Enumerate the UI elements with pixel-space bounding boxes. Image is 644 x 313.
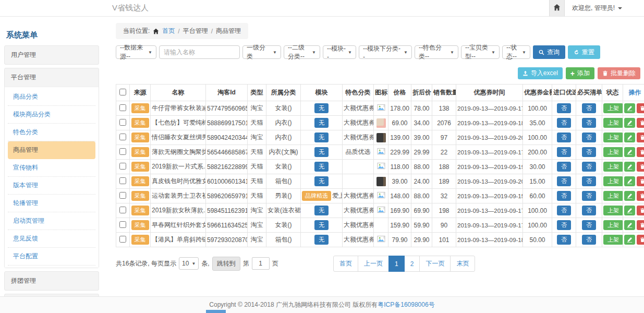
- sidebar-panel-label[interactable]: 拼团管理: [5, 272, 99, 290]
- edit-button[interactable]: [624, 103, 635, 113]
- sidebar-panel-label[interactable]: 平台管理: [5, 68, 99, 87]
- reset-button[interactable]: 重置: [568, 45, 600, 59]
- sidebar-item[interactable]: 版本管理: [8, 177, 95, 195]
- status-button[interactable]: 上架: [603, 235, 623, 245]
- filter-select-2[interactable]: --模块--▼: [323, 45, 356, 59]
- edit-button[interactable]: [624, 206, 635, 215]
- edit-button[interactable]: [624, 118, 635, 128]
- filter-select-4[interactable]: --特色分类--▼: [415, 45, 458, 59]
- sidebar-item[interactable]: 启动页管理: [8, 212, 95, 230]
- status-button[interactable]: 上架: [603, 147, 623, 157]
- sidebar-item[interactable]: 特色分类: [8, 124, 95, 141]
- must-buy-toggle[interactable]: 否: [582, 220, 596, 230]
- import-choice-toggle[interactable]: 否: [557, 191, 571, 201]
- import-choice-toggle[interactable]: 否: [557, 235, 571, 245]
- status-button[interactable]: 上架: [603, 206, 623, 215]
- must-buy-toggle[interactable]: 否: [582, 235, 596, 245]
- import-choice-toggle[interactable]: 否: [557, 176, 571, 186]
- delete-button[interactable]: [637, 118, 644, 128]
- must-buy-toggle[interactable]: 否: [582, 147, 596, 157]
- edit-button[interactable]: [624, 235, 635, 245]
- sidebar-item[interactable]: 宣传物料: [8, 159, 95, 177]
- must-buy-toggle[interactable]: 否: [582, 176, 596, 186]
- page-button-上一页[interactable]: 上一页: [358, 256, 389, 272]
- edit-button[interactable]: [624, 133, 635, 142]
- status-button[interactable]: 上架: [603, 103, 623, 113]
- home-button[interactable]: [549, 0, 565, 16]
- row-checkbox[interactable]: [119, 134, 126, 140]
- import-choice-toggle[interactable]: 否: [557, 206, 571, 215]
- edit-button[interactable]: [624, 162, 635, 172]
- row-checkbox[interactable]: [119, 236, 126, 243]
- row-checkbox[interactable]: [119, 192, 126, 199]
- status-button[interactable]: 上架: [603, 118, 623, 128]
- row-checkbox[interactable]: [119, 207, 126, 213]
- name-search-input[interactable]: [159, 45, 240, 59]
- row-checkbox[interactable]: [119, 163, 126, 170]
- row-checkbox[interactable]: [119, 104, 126, 111]
- page-button-下一页[interactable]: 下一页: [419, 256, 451, 272]
- breadcrumb-home-link[interactable]: 首页: [162, 27, 175, 35]
- import-choice-toggle[interactable]: 否: [557, 103, 571, 113]
- delete-button[interactable]: [637, 147, 644, 157]
- must-buy-toggle[interactable]: 否: [582, 133, 596, 142]
- import-excel-button[interactable]: 导入excel: [518, 67, 563, 79]
- import-choice-toggle[interactable]: 否: [557, 162, 571, 172]
- filter-select-6[interactable]: --状态--▼: [502, 45, 530, 59]
- row-checkbox[interactable]: [119, 221, 126, 228]
- filter-select-0[interactable]: 一级分类▼: [242, 45, 281, 59]
- delete-button[interactable]: [637, 191, 644, 201]
- sidebar-item[interactable]: 平台配置: [8, 248, 95, 266]
- import-choice-toggle[interactable]: 否: [557, 147, 571, 157]
- search-button[interactable]: 查询: [533, 45, 565, 59]
- import-choice-toggle[interactable]: 否: [557, 133, 571, 142]
- filter-data-source[interactable]: --数据来源--▼: [116, 45, 156, 59]
- page-button-2[interactable]: 2: [404, 256, 420, 272]
- status-button[interactable]: 上架: [603, 220, 623, 230]
- jump-button[interactable]: 跳转到: [212, 257, 240, 271]
- select-all-checkbox[interactable]: [119, 89, 126, 95]
- filter-select-3[interactable]: --模块下分类--▼: [359, 45, 412, 59]
- sidebar-item[interactable]: 商品分类: [8, 88, 95, 106]
- import-choice-toggle[interactable]: 否: [557, 220, 571, 230]
- filter-select-5[interactable]: --宝贝类型--▼: [461, 45, 500, 59]
- sidebar-item[interactable]: 商品管理: [8, 141, 95, 159]
- sidebar-panel-label[interactable]: 用户管理: [5, 46, 99, 64]
- page-number-input[interactable]: [252, 257, 270, 270]
- edit-button[interactable]: [624, 176, 635, 186]
- status-button[interactable]: 上架: [603, 191, 623, 201]
- user-menu[interactable]: 欢迎您, 管理员!: [565, 0, 644, 16]
- status-button[interactable]: 上架: [603, 176, 623, 186]
- page-button-首页[interactable]: 首页: [333, 256, 358, 272]
- must-buy-toggle[interactable]: 否: [582, 162, 596, 172]
- sidebar-item[interactable]: 轮播管理: [8, 195, 95, 212]
- filter-select-1[interactable]: --二级分类--▼: [284, 45, 320, 59]
- edit-button[interactable]: [624, 191, 635, 201]
- delete-button[interactable]: [637, 176, 644, 186]
- delete-button[interactable]: [637, 206, 644, 215]
- icp-link[interactable]: 粤ICP备16098006号: [378, 300, 434, 309]
- sidebar-item[interactable]: 意见反馈: [8, 230, 95, 248]
- row-checkbox[interactable]: [119, 177, 126, 184]
- status-button[interactable]: 上架: [603, 133, 623, 142]
- must-buy-toggle[interactable]: 否: [582, 206, 596, 215]
- page-button-1[interactable]: 1: [388, 256, 405, 272]
- sidebar-item[interactable]: 模块商品分类: [8, 106, 95, 124]
- batch-delete-button[interactable]: 批量删除: [598, 67, 640, 79]
- must-buy-toggle[interactable]: 否: [582, 103, 596, 113]
- per-page-select[interactable]: 10 ▼: [179, 257, 199, 270]
- delete-button[interactable]: [637, 235, 644, 245]
- edit-button[interactable]: [624, 220, 635, 230]
- must-buy-toggle[interactable]: 否: [582, 118, 596, 128]
- add-button[interactable]: + 添加: [566, 67, 594, 79]
- delete-button[interactable]: [637, 133, 644, 142]
- row-checkbox[interactable]: [119, 119, 126, 126]
- must-buy-toggle[interactable]: 否: [582, 191, 596, 201]
- row-checkbox[interactable]: [119, 148, 126, 155]
- delete-button[interactable]: [637, 220, 644, 230]
- delete-button[interactable]: [637, 162, 644, 172]
- delete-button[interactable]: [637, 103, 644, 113]
- edit-button[interactable]: [624, 147, 635, 157]
- import-choice-toggle[interactable]: 否: [557, 118, 571, 128]
- page-button-末页[interactable]: 末页: [450, 256, 475, 272]
